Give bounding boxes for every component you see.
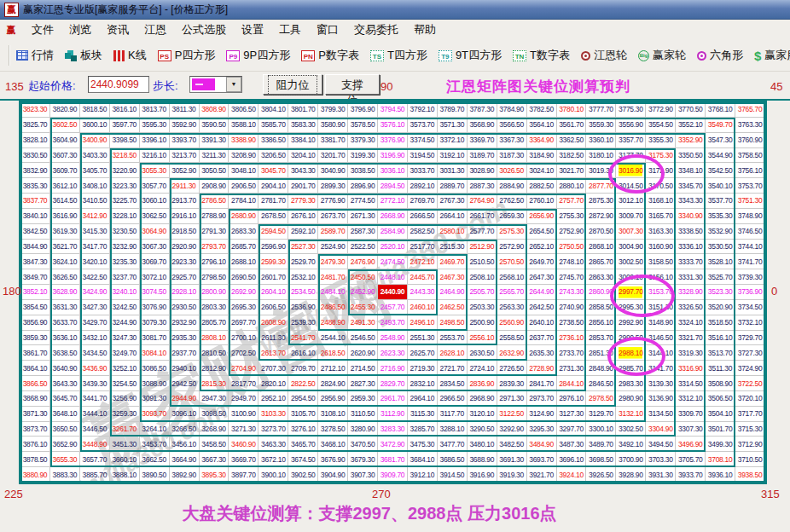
menu-item-窗口[interactable]: 窗口	[309, 20, 346, 40]
price-cell: 2880.10	[557, 178, 587, 194]
support-button[interactable]: 支撑位	[325, 74, 380, 95]
toolbar-item-9P四方形[interactable]: P99P四方形	[226, 48, 290, 63]
price-cell: 2872.90	[586, 209, 616, 224]
price-cell: 2702.50	[229, 345, 258, 361]
price-cell: 3415.30	[80, 224, 110, 240]
toolbar-item-9T四方形[interactable]: T99T四方形	[439, 48, 502, 63]
menu-item-交易委托[interactable]: 交易委托	[346, 20, 406, 40]
toolbar-item-赢家轮[interactable]: Big赢家轮	[638, 48, 686, 63]
price-cell: 2517.70	[408, 240, 438, 255]
price-cell: 2760.10	[527, 194, 557, 209]
gann-wheel-icon	[581, 51, 590, 61]
price-cell: 2906.50	[229, 178, 258, 194]
toolbar-item-label: T数字表	[530, 48, 570, 63]
price-cell: 3765.70	[735, 102, 765, 118]
price-cell: 2894.50	[378, 178, 408, 194]
price-cell: 2476.90	[348, 254, 378, 269]
menu-item-工具[interactable]: 工具	[271, 20, 309, 40]
price-cell: 3919.30	[497, 467, 527, 483]
price-cell: 2539.30	[288, 315, 318, 331]
start-price-input[interactable]	[88, 76, 149, 93]
price-cell: 3513.70	[706, 345, 735, 361]
price-cell: 3187.30	[497, 148, 527, 164]
toolbar-item-板块[interactable]: 板块	[65, 48, 102, 63]
price-cell: 2935.30	[170, 331, 200, 346]
price-cell: 3583.30	[288, 118, 318, 133]
price-cell: 3902.50	[288, 467, 318, 483]
price-cell: 2767.30	[438, 194, 468, 209]
price-cell: 3103.30	[258, 407, 288, 422]
price-cell: 3835.30	[20, 178, 50, 194]
price-cell: 3004.90	[616, 240, 646, 255]
price-cell: 2707.30	[258, 361, 288, 376]
price-cell: 3439.30	[80, 376, 110, 391]
price-cell: 3292.90	[497, 422, 527, 437]
price-cell: 3816.10	[110, 102, 140, 118]
price-cell: 3561.70	[557, 118, 587, 133]
price-cell: 3535.30	[706, 209, 735, 224]
price-cell: 3904.90	[318, 467, 348, 483]
menu-item-浏览[interactable]: 浏览	[61, 20, 99, 40]
price-cell: 2916.10	[170, 209, 200, 224]
price-cell: 3122.50	[497, 407, 527, 422]
price-cell: 3564.10	[527, 118, 557, 133]
price-cell: 2976.10	[557, 391, 587, 407]
price-cell: 3494.50	[646, 437, 676, 452]
price-square: 赢家财富网www.yingjia360.comyingjia360.com382…	[19, 101, 767, 484]
toolbar-item-T数字表[interactable]: TNT数字表	[513, 48, 570, 63]
toolbar-item-赢家服务[interactable]: $赢家服务	[754, 48, 790, 63]
price-cell: 3160.90	[646, 240, 676, 255]
price-cell: 3477.70	[438, 437, 468, 452]
toolbar-item-P数字表[interactable]: PNP数字表	[301, 48, 359, 63]
chevron-down-icon[interactable]: ▼	[226, 77, 241, 92]
price-cell: 2904.10	[258, 178, 288, 194]
price-cell: 2721.70	[438, 361, 468, 376]
price-cell: 3163.30	[646, 224, 676, 240]
price-cell: 3686.50	[438, 452, 468, 467]
price-cell: 2875.30	[586, 194, 616, 209]
price-cell: 3036.10	[378, 163, 408, 178]
price-cell: 3811.30	[170, 102, 200, 118]
start-price-label: 起始价格:	[28, 78, 76, 94]
price-cell: 2664.10	[438, 209, 468, 224]
price-cell: 2445.70	[408, 269, 438, 285]
price-cell: 3398.50	[110, 133, 140, 148]
menu-item-设置[interactable]: 设置	[234, 20, 271, 40]
price-cell: 3782.50	[527, 102, 557, 118]
step-style-dropdown[interactable]: ▼	[189, 76, 242, 93]
price-cell: 3002.50	[616, 254, 646, 269]
menu-item-公式选股[interactable]: 公式选股	[174, 20, 234, 40]
menu-item-江恩[interactable]: 江恩	[137, 20, 174, 40]
toolbar-item-江恩轮[interactable]: 江恩轮	[581, 48, 627, 63]
toolbar-item-T四方形[interactable]: TST四方形	[370, 48, 427, 63]
price-cell: 3052.90	[170, 163, 200, 178]
price-cell: 2822.50	[288, 376, 318, 391]
price-cell: 3177.70	[616, 148, 646, 164]
resistance-button[interactable]: 阻力位	[263, 74, 322, 95]
price-cell: 3508.90	[706, 376, 735, 391]
toolbar-item-K线[interactable]: K线	[113, 48, 147, 63]
price-cell: 2844.10	[557, 376, 587, 391]
price-cell: 3638.50	[50, 345, 80, 361]
price-cell: 2858.50	[586, 300, 616, 315]
menu-item-资讯[interactable]: 资讯	[99, 20, 137, 40]
price-cell: 2510.50	[468, 254, 497, 269]
menu-item-帮助[interactable]: 帮助	[406, 20, 444, 40]
price-cell: 3732.10	[735, 315, 765, 331]
price-cell: 3040.90	[318, 163, 348, 178]
toolbar-item-六角形[interactable]: 六角形	[697, 48, 743, 63]
price-cell: 3444.10	[80, 407, 110, 422]
price-cell: 3081.70	[140, 331, 170, 346]
price-cell: 3559.30	[586, 118, 616, 133]
price-cell: 2520.10	[378, 240, 408, 255]
toolbar-item-行情[interactable]: 行情	[16, 48, 54, 63]
toolbar-item-P四方形[interactable]: PSP四方形	[158, 48, 216, 63]
price-cell: 2613.70	[258, 345, 288, 361]
price-cell: 3614.50	[50, 194, 80, 209]
toolbar-item-label: T四方形	[387, 48, 427, 63]
menu-item-文件[interactable]: 文件	[24, 20, 61, 40]
price-cell: 2570.50	[497, 254, 527, 269]
price-cell: 2635.30	[527, 345, 557, 361]
price-cell: 2738.50	[557, 315, 587, 331]
price-cell: 3045.70	[258, 163, 288, 178]
